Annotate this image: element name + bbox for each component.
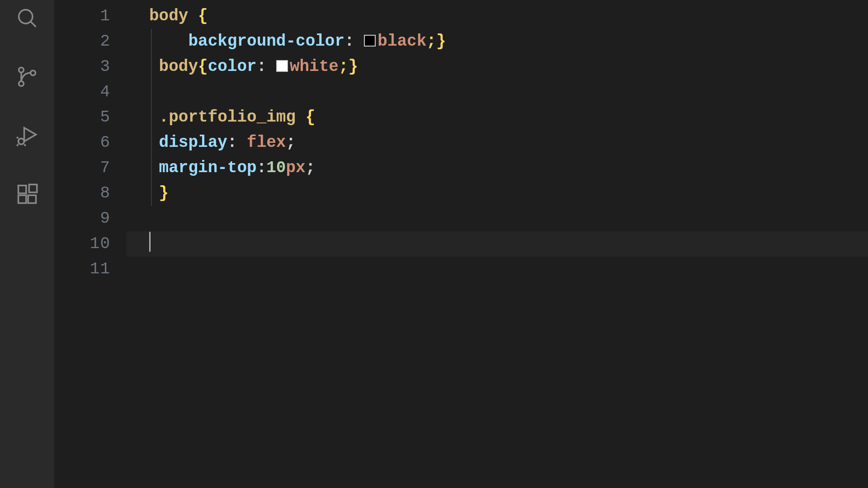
semicolon: ; (306, 159, 316, 177)
indent-guide (151, 181, 152, 206)
brace-close: ;} (426, 32, 446, 51)
code-line[interactable]: margin-top:10px; (127, 155, 868, 181)
line-number: 3 (54, 54, 127, 80)
brace-close: } (159, 184, 169, 202)
code-line[interactable]: body { (127, 4, 868, 29)
code-editor[interactable]: 1 2 3 4 5 6 7 8 9 10 11 body { backgroun… (54, 0, 868, 488)
svg-line-8 (17, 145, 18, 146)
colon: : (227, 133, 247, 152)
css-value: black (377, 32, 426, 51)
line-number: 5 (54, 105, 127, 130)
svg-point-3 (19, 81, 24, 86)
svg-point-2 (19, 67, 24, 72)
svg-line-7 (17, 137, 18, 138)
source-control-icon[interactable] (14, 63, 41, 90)
indent-guide (151, 130, 152, 155)
semicolon: ; (286, 133, 296, 152)
activity-bar (0, 0, 54, 488)
css-property: margin-top (159, 159, 257, 177)
brace-close: ;} (339, 57, 358, 76)
text-cursor (149, 232, 151, 252)
line-number: 2 (54, 29, 127, 54)
code-line[interactable]: body{color: white;} (127, 54, 868, 80)
brace-open: { (198, 57, 208, 76)
code-line[interactable] (127, 206, 868, 231)
extensions-icon[interactable] (14, 181, 41, 208)
line-number: 11 (54, 257, 127, 282)
css-selector: body (149, 7, 188, 25)
line-number-gutter: 1 2 3 4 5 6 7 8 9 10 11 (54, 0, 127, 488)
svg-line-1 (31, 22, 36, 27)
line-number: 7 (54, 155, 127, 181)
svg-point-0 (19, 10, 33, 23)
svg-rect-11 (19, 195, 26, 203)
code-line-active[interactable] (127, 231, 868, 257)
code-content[interactable]: body { background-color: black;} body{co… (127, 0, 868, 488)
svg-rect-10 (19, 186, 26, 193)
svg-rect-13 (29, 184, 37, 192)
line-number: 6 (54, 130, 127, 155)
code-line[interactable]: background-color: black;} (127, 29, 868, 54)
search-icon[interactable] (14, 5, 41, 32)
css-property: display (159, 133, 227, 152)
svg-line-9 (24, 145, 26, 146)
code-line[interactable] (127, 80, 868, 105)
css-value: flex (247, 133, 286, 152)
run-debug-icon[interactable] (14, 122, 41, 149)
css-property: color (208, 57, 257, 76)
svg-marker-5 (24, 128, 36, 141)
indent (149, 32, 188, 51)
indent-guide (151, 54, 152, 80)
indent-guide (151, 155, 152, 181)
code-line[interactable] (127, 257, 868, 282)
code-line[interactable]: .portfolio_img { (127, 105, 868, 130)
colon: : (344, 32, 364, 51)
svg-point-4 (31, 70, 36, 75)
css-property: background-color (188, 32, 344, 51)
colon: : (257, 159, 267, 177)
css-selector: body (159, 57, 198, 76)
line-number: 8 (54, 181, 127, 206)
line-number: 4 (54, 80, 127, 105)
colon: : (257, 57, 276, 76)
indent-guide (151, 105, 152, 130)
css-value: white (290, 57, 339, 76)
brace-open: { (296, 108, 315, 127)
css-selector: .portfolio_img (159, 108, 296, 127)
css-number: 10 (266, 159, 286, 177)
code-line[interactable]: } (127, 181, 868, 206)
line-number: 9 (54, 206, 127, 231)
color-swatch-icon[interactable] (364, 35, 376, 47)
app-root: 1 2 3 4 5 6 7 8 9 10 11 body { backgroun… (0, 0, 868, 488)
indent-guide (151, 29, 152, 54)
line-number: 10 (54, 231, 127, 257)
css-unit: px (286, 159, 305, 177)
indent-guide (151, 80, 152, 105)
color-swatch-icon[interactable] (276, 60, 288, 72)
svg-point-6 (19, 139, 24, 145)
svg-rect-12 (28, 195, 36, 203)
code-line[interactable]: display: flex; (127, 130, 868, 155)
brace-open: { (188, 7, 208, 25)
line-number: 1 (54, 4, 127, 29)
